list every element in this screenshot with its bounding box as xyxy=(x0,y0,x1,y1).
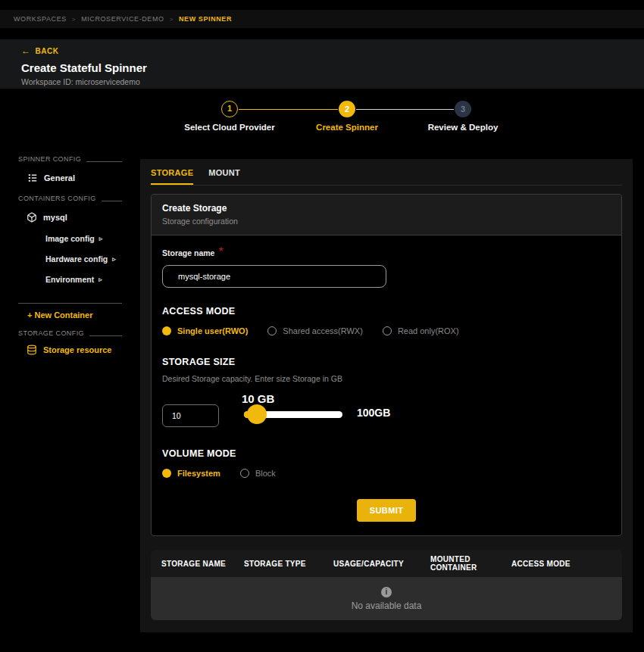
radio-label: Filesystem xyxy=(177,469,220,478)
expand-arrow-icon: ▹ xyxy=(98,276,102,283)
section-rule xyxy=(89,335,122,336)
back-button[interactable]: ← BACK xyxy=(21,45,644,56)
sidebar-section-spinner-config: SPINNER CONFIG xyxy=(18,155,122,163)
storage-size-controls: 10 GB 100GB xyxy=(162,392,611,429)
radio-label: Block xyxy=(255,469,276,478)
slider-thumb[interactable] xyxy=(247,404,267,424)
step-3-circle[interactable]: 3 xyxy=(455,101,471,117)
submit-row: SUBMIT xyxy=(162,499,611,522)
radio-selected-icon xyxy=(162,326,171,335)
card-subtitle: Storage configuration xyxy=(162,217,611,226)
sidebar-section-label: STORAGE CONFIG xyxy=(18,329,84,337)
storage-name-field: Storage name* xyxy=(162,245,611,288)
volume-mode-heading: VOLUME MODE xyxy=(162,448,611,459)
required-asterisk: * xyxy=(218,245,223,258)
step-3-label: Review & Deploy xyxy=(399,123,527,132)
section-rule xyxy=(86,161,122,162)
step-2-label: Create Spinner xyxy=(283,123,411,132)
column-mounted-container: MOUNTED CONTAINER xyxy=(430,555,511,572)
card-title: Create Storage xyxy=(162,203,611,214)
back-arrow-icon: ← xyxy=(21,45,31,56)
sidebar-item-label: General xyxy=(44,173,75,182)
card-body: Storage name* ACCESS MODE Single user(RW… xyxy=(152,236,621,535)
access-mode-options: Single user(RWO) Shared access(RWX) Read… xyxy=(162,326,611,335)
radio-shared-access-rwx[interactable]: Shared access(RWX) xyxy=(267,326,363,335)
container-cube-icon xyxy=(27,212,37,223)
sidebar-item-environment[interactable]: Environment ▹ xyxy=(18,275,122,284)
expand-arrow-icon: ▹ xyxy=(99,235,103,242)
storage-name-label: Storage name xyxy=(162,248,214,257)
section-rule xyxy=(102,201,122,201)
radio-single-user-rwo[interactable]: Single user(RWO) xyxy=(162,326,248,335)
create-storage-card: Create Storage Storage configuration Sto… xyxy=(151,194,622,536)
radio-unselected-icon xyxy=(383,326,392,335)
stepper: 1 2 3 Select Cloud Provider Create Spinn… xyxy=(0,101,644,137)
sidebar-item-mysql[interactable]: mysql xyxy=(18,212,122,223)
storage-size-description: Desired Storage capacity. Enter size Sto… xyxy=(162,374,611,383)
step-1-label: Select Cloud Provider xyxy=(165,123,294,132)
step-1-circle[interactable]: 1 xyxy=(221,101,238,117)
sidebar-section-storage-config: STORAGE CONFIG xyxy=(18,329,122,337)
breadcrumb-item-current: NEW SPINNER xyxy=(179,15,232,23)
back-label: BACK xyxy=(36,47,59,55)
storage-table-empty-state: i No available data xyxy=(151,577,622,620)
radio-label: Shared access(RWX) xyxy=(283,326,363,335)
sidebar-item-image-config[interactable]: Image config ▹ xyxy=(18,234,122,243)
storage-size-input[interactable] xyxy=(162,404,219,427)
expand-arrow-icon: ▹ xyxy=(112,255,116,263)
sidebar-item-hardware-config[interactable]: Hardware config ▹ xyxy=(18,254,122,264)
sidebar-item-label: Storage resource xyxy=(43,345,111,354)
column-access-mode: ACCESS MODE xyxy=(511,560,622,568)
radio-label: Read only(ROX) xyxy=(398,326,459,335)
storage-name-input[interactable] xyxy=(162,265,386,288)
sidebar: SPINNER CONFIG General CONTAINERS CONFIG… xyxy=(18,155,122,355)
column-usage-capacity: USAGE/CAPACITY xyxy=(333,560,430,568)
sidebar-item-storage-resource[interactable]: Storage resource xyxy=(18,345,122,355)
stepper-connector-2 xyxy=(356,109,454,110)
radio-read-only-rox[interactable]: Read only(ROX) xyxy=(383,326,459,335)
sidebar-section-label: CONTAINERS CONFIG xyxy=(18,195,96,202)
access-mode-heading: ACCESS MODE xyxy=(162,306,611,317)
storage-size-heading: STORAGE SIZE xyxy=(162,357,611,367)
storage-table: STORAGE NAME STORAGE TYPE USAGE/CAPACITY… xyxy=(151,550,622,620)
column-storage-name: STORAGE NAME xyxy=(161,560,244,568)
breadcrumb-item-workspace[interactable]: MICROSERVICE-DEMO xyxy=(81,15,164,23)
breadcrumb-item-workspaces[interactable]: WORKSPACES xyxy=(14,15,67,23)
new-container-button[interactable]: + New Container xyxy=(18,310,122,320)
sidebar-section-label: SPINNER CONFIG xyxy=(18,155,81,163)
storage-table-header: STORAGE NAME STORAGE TYPE USAGE/CAPACITY… xyxy=(151,550,622,577)
access-mode-section: ACCESS MODE Single user(RWO) Shared acce… xyxy=(162,306,611,335)
breadcrumb-separator: > xyxy=(170,16,174,23)
list-settings-icon xyxy=(27,173,38,183)
slider-value-label: 10 GB xyxy=(242,392,274,405)
info-icon: i xyxy=(381,587,392,597)
sidebar-item-general[interactable]: General xyxy=(18,173,122,183)
page-title: Create Stateful Spinner xyxy=(21,61,644,74)
sidebar-item-label: mysql xyxy=(43,213,67,222)
submit-button[interactable]: SUBMIT xyxy=(357,499,417,522)
stepper-connector-1 xyxy=(239,109,338,110)
sidebar-section-containers-config: CONTAINERS CONFIG xyxy=(18,195,122,202)
step-2-circle[interactable]: 2 xyxy=(339,101,355,117)
radio-selected-icon xyxy=(162,469,171,478)
sidebar-divider xyxy=(18,303,122,304)
slider-max-label: 100GB xyxy=(357,407,390,429)
storage-size-slider: 10 GB xyxy=(244,392,342,429)
empty-state-text: No available data xyxy=(151,601,622,611)
volume-mode-section: VOLUME MODE Filesystem Block xyxy=(162,448,611,478)
sidebar-subitem-label: Image config xyxy=(45,234,95,243)
workspace-id: Workspace ID: microservicedemo xyxy=(21,77,644,86)
tab-storage[interactable]: STORAGE xyxy=(151,168,193,185)
radio-unselected-icon xyxy=(267,326,277,335)
tab-bar: STORAGE MOUNT xyxy=(151,159,622,186)
radio-label: Single user(RWO) xyxy=(177,326,248,335)
page-header: ← BACK Create Stateful Spinner Workspace… xyxy=(0,39,644,89)
radio-block[interactable]: Block xyxy=(240,469,276,478)
volume-mode-options: Filesystem Block xyxy=(162,469,611,478)
main-panel: STORAGE MOUNT Create Storage Storage con… xyxy=(140,159,633,632)
tab-mount[interactable]: MOUNT xyxy=(208,168,240,185)
radio-unselected-icon xyxy=(240,469,249,478)
radio-filesystem[interactable]: Filesystem xyxy=(162,469,220,478)
storage-size-section: STORAGE SIZE Desired Storage capacity. E… xyxy=(162,357,611,429)
sidebar-subitem-label: Environment xyxy=(45,275,94,284)
